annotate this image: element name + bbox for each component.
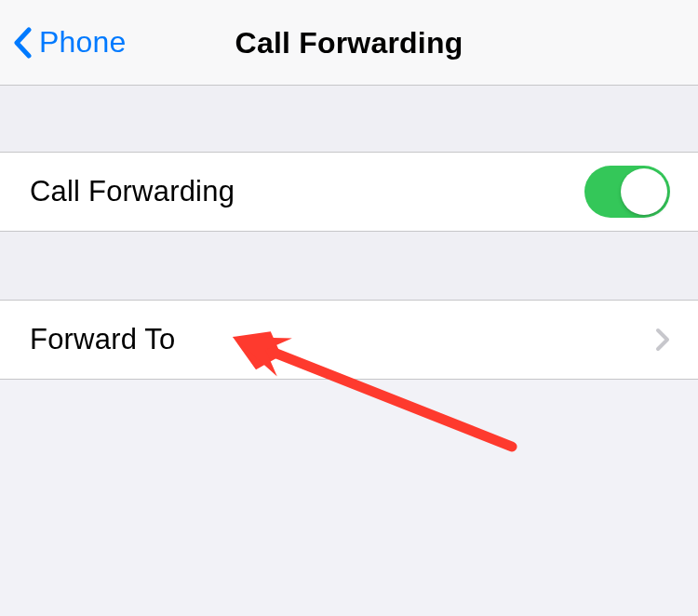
page-title: Call Forwarding [235,25,463,60]
call-forwarding-label: Call Forwarding [30,175,235,208]
call-forwarding-toggle[interactable] [584,166,670,218]
back-button[interactable]: Phone [11,25,127,60]
section-spacer [0,86,698,152]
chevron-left-icon [11,25,34,60]
call-forwarding-row: Call Forwarding [0,152,698,232]
back-label: Phone [39,25,127,60]
forward-to-row[interactable]: Forward To [0,300,698,380]
chevron-right-icon [655,328,670,352]
section-spacer [0,232,698,300]
toggle-knob [621,168,667,215]
navigation-bar: Phone Call Forwarding [0,0,698,86]
forward-to-label: Forward To [30,323,176,356]
